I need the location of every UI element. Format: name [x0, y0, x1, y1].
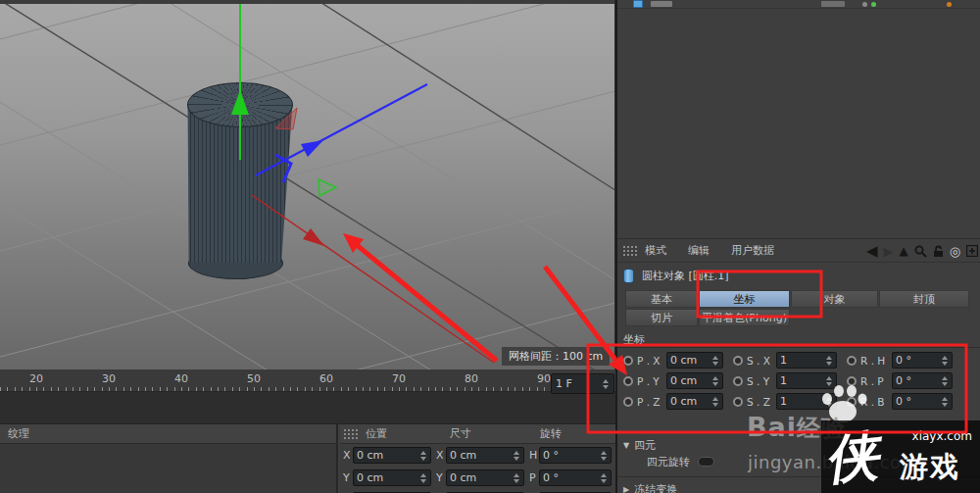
size-y-field[interactable]: 0 cm: [446, 469, 524, 486]
ruler-tick-label: 60: [319, 372, 333, 385]
new-panel-icon[interactable]: [966, 245, 978, 257]
lock-icon[interactable]: [933, 245, 944, 258]
material-dot-icon[interactable]: [947, 2, 952, 7]
rotation-h-field[interactable]: 0 °: [539, 447, 612, 464]
y-axis-arrow-icon[interactable]: [231, 90, 249, 115]
attribute-menubar: 模式 编辑 用户数据 ◀ ▶ ▲ ◎: [617, 239, 980, 263]
size-x-field[interactable]: 0 cm: [446, 447, 524, 464]
position-column-header: 位置: [366, 426, 450, 441]
visibility-dot-icon[interactable]: [862, 2, 867, 7]
rb-field[interactable]: 0 °: [892, 393, 953, 410]
enabled-dot-icon[interactable]: [871, 2, 876, 7]
field-value: 0 cm: [670, 374, 710, 387]
stepper[interactable]: [940, 397, 949, 407]
rp-field[interactable]: 0 °: [892, 372, 953, 389]
up-one-level-icon[interactable]: ▲: [899, 245, 907, 257]
stepper[interactable]: [599, 473, 608, 483]
tab-coordinates[interactable]: 坐标: [699, 290, 790, 308]
x-axis-arrow-icon[interactable]: [303, 228, 324, 246]
keyframe-circle-icon[interactable]: [623, 356, 633, 366]
position-x-field[interactable]: 0 cm: [353, 447, 431, 464]
texture-panel-title: 纹理: [8, 426, 29, 441]
position-y-field[interactable]: 0 cm: [353, 469, 431, 486]
focus-target-icon[interactable]: ◎: [950, 245, 960, 258]
stepper[interactable]: [512, 473, 520, 483]
coordinates-section-header[interactable]: 坐标: [617, 331, 980, 348]
keyframe-circle-icon[interactable]: [847, 356, 857, 366]
rh-field[interactable]: 0 °: [892, 352, 953, 369]
object-manager-empty-area[interactable]: [617, 9, 980, 239]
object-manager-sliver: [617, 0, 980, 9]
xiayx-watermark: xiayx.com 侠 游戏: [821, 420, 980, 493]
stepper[interactable]: [418, 451, 427, 461]
quaternion-toggle[interactable]: [698, 457, 714, 467]
stepper[interactable]: [710, 397, 719, 407]
ruler-tick-label: 20: [29, 372, 43, 385]
end-frame-field[interactable]: 1 F: [551, 373, 614, 394]
tab-object[interactable]: 对象: [791, 290, 878, 308]
coordinates-grid: P . X 0 cm S . X 1 R . H 0 ° P . Y 0 cm …: [617, 351, 980, 413]
layer-toggle-remnant[interactable]: [821, 1, 845, 7]
x-plane-handle[interactable]: [275, 108, 297, 129]
py-field[interactable]: 0 cm: [666, 372, 723, 389]
ruler-tick-label: 70: [392, 372, 406, 385]
coord-label: S . X: [747, 355, 772, 367]
tab-caps[interactable]: 封顶: [879, 290, 969, 308]
history-back-icon[interactable]: ◀: [866, 244, 878, 259]
keyframe-circle-icon[interactable]: [623, 397, 633, 407]
grid-spacing-label: 网格间距：100 cm: [502, 347, 610, 366]
stepper[interactable]: [512, 451, 520, 461]
tab-basic[interactable]: 基本: [625, 290, 698, 308]
baidu-text: Bai: [747, 412, 797, 442]
field-value: 0 °: [543, 449, 599, 462]
stepper[interactable]: [940, 356, 949, 366]
stepper[interactable]: [710, 356, 719, 366]
keyframe-circle-icon[interactable]: [623, 376, 633, 386]
coord-label: P . X: [637, 355, 662, 367]
drag-grip-icon[interactable]: [623, 246, 637, 256]
axis-label: Y: [436, 471, 446, 484]
stepper[interactable]: [418, 473, 427, 483]
end-frame-stepper[interactable]: [601, 379, 610, 389]
coordinates-panel-bottom: 位置 尺寸 旋转 X 0 cm X 0 cm H 0 ° Y 0 cm Y 0 …: [340, 424, 615, 493]
tab-phong[interactable]: 平滑着色(Phong): [699, 309, 790, 326]
field-value: 0 cm: [670, 395, 710, 408]
drag-grip-icon[interactable]: [344, 429, 358, 439]
search-icon[interactable]: [914, 245, 927, 258]
stepper[interactable]: [940, 376, 949, 386]
timeline-ruler[interactable]: 20 30 40 50 60 70 80 90: [0, 370, 615, 392]
menu-mode[interactable]: 模式: [645, 243, 666, 258]
history-forward-icon[interactable]: ▶: [883, 245, 893, 258]
keyframe-circle-icon[interactable]: [733, 356, 743, 366]
cylinder-object-icon: [623, 269, 634, 283]
size-column-header: 尺寸: [450, 426, 540, 441]
menu-userdata[interactable]: 用户数据: [731, 243, 774, 258]
x-axis-line[interactable]: [252, 195, 494, 363]
rotation-p-field[interactable]: 0 °: [539, 469, 612, 486]
tab-slice[interactable]: 切片: [625, 309, 698, 326]
px-field[interactable]: 0 cm: [666, 352, 723, 369]
stepper[interactable]: [824, 356, 833, 366]
field-value: 1: [780, 374, 824, 387]
z-axis-line[interactable]: [256, 84, 427, 175]
axis-label: H: [529, 449, 539, 462]
field-value: 0 cm: [450, 449, 512, 462]
pz-field[interactable]: 0 cm: [666, 393, 723, 410]
z-axis-arrow-icon[interactable]: [301, 140, 323, 157]
stepper[interactable]: [710, 376, 719, 386]
field-value: 1: [780, 354, 824, 367]
coord-row-3: P . Z 0 cm S . Z 1 R . B 0 °: [617, 392, 980, 411]
keyframe-circle-icon[interactable]: [733, 397, 743, 407]
sx-field[interactable]: 1: [776, 352, 837, 369]
3d-viewport[interactable]: 网格间距：100 cm: [0, 0, 615, 370]
stepper[interactable]: [599, 451, 608, 461]
field-value: 0 cm: [670, 354, 710, 367]
viewport-top-border: [0, 0, 615, 4]
y-plane-handle[interactable]: [318, 179, 336, 196]
keyframe-circle-icon[interactable]: [733, 376, 743, 386]
menu-edit[interactable]: 编辑: [688, 243, 710, 258]
ruler-tick-label: 80: [465, 372, 478, 385]
field-value: 0 cm: [357, 449, 418, 462]
axis-gizmo[interactable]: [0, 0, 615, 370]
cube-object-icon[interactable]: [633, 0, 643, 8]
